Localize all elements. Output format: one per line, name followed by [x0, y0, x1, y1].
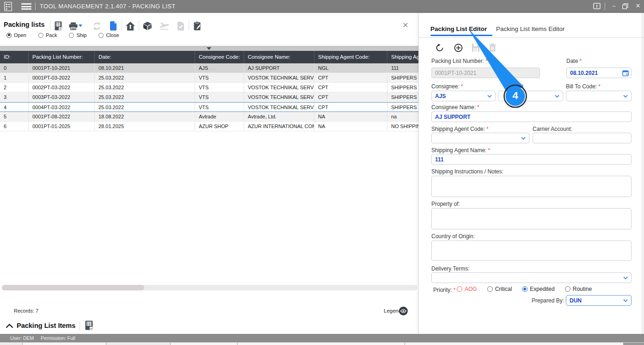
- radio-ship-circle: [69, 33, 74, 38]
- editor-add-icon[interactable]: [452, 42, 464, 54]
- delivery-terms-label: Delivery Terms:: [431, 265, 469, 272]
- status-user: User: DEM: [10, 334, 34, 342]
- confirm-document-icon-disabled: [175, 20, 187, 31]
- priority-routine-radio[interactable]: Routine: [565, 286, 592, 292]
- ship-plane-icon-disabled: [158, 20, 170, 31]
- toolbar-divider: [139, 20, 139, 31]
- prepared-by-select[interactable]: DUN: [566, 295, 632, 306]
- priority-expedited-label: Expedited: [530, 286, 554, 292]
- column-header-shipping-agent-code[interactable]: Shipping Agent Code:: [314, 51, 387, 63]
- priority-critical-radio[interactable]: Critical: [487, 286, 512, 292]
- radio-pack[interactable]: Pack: [38, 32, 57, 38]
- chevron-down-icon: [555, 95, 559, 98]
- new-document-icon[interactable]: [107, 20, 119, 31]
- date-label: Date*: [566, 58, 582, 64]
- table-row[interactable]: 0 0001PT-10-2021 08.10.2021 AJS AJ SUPPO…: [0, 63, 418, 73]
- packing-lists-grid: ID: Packing List Number: Date: Consignee…: [0, 51, 418, 131]
- column-header-consignee-name[interactable]: Consignee Name:: [244, 51, 314, 63]
- records-count: Records: 7: [14, 308, 38, 314]
- priority-label: Priority:*: [433, 287, 455, 293]
- delivery-terms-select[interactable]: [431, 272, 632, 283]
- cell-shipping-agent-code: NA: [314, 112, 387, 121]
- feedback-icon[interactable]: [593, 3, 601, 10]
- bill-to-code-label: Bill To Code:*: [566, 83, 601, 90]
- carrier-account-input[interactable]: [533, 133, 632, 143]
- cell-consignee-name: VOSTOK TECHNIKAL SERVICES: [244, 83, 314, 92]
- restore-button[interactable]: [622, 3, 628, 9]
- shipping-agent-name-label: Shipping Agent Name:*: [431, 147, 490, 154]
- scrollbar-thumb[interactable]: [2, 285, 144, 290]
- status-bar: User: DEM Permission: Full: [0, 334, 644, 342]
- country-of-origin-textarea[interactable]: [431, 240, 632, 261]
- radio-circle: [522, 286, 527, 292]
- cell-shipping-agent-name: SHIPPERS RESPO: [387, 103, 418, 111]
- cell-date: 25.03.2022: [95, 92, 195, 102]
- radio-ship[interactable]: Ship: [69, 32, 86, 38]
- column-header-packing-list-number[interactable]: Packing List Number:: [29, 51, 95, 63]
- pane-title: Packing lists: [4, 21, 45, 28]
- table-row[interactable]: 2 0002PT-03-2022 25.03.2022 VTS VOSTOK T…: [0, 83, 418, 92]
- cell-id: 1: [0, 73, 29, 82]
- app-window: TOOL MANAGEMENT 2.1.407 - PACKING LIST –…: [0, 0, 644, 345]
- cell-shipping-agent-code: NA: [314, 122, 387, 131]
- carrier-account-label: Carrier Account:: [533, 126, 572, 132]
- column-header-consignee-code[interactable]: Consignee Code:: [195, 51, 244, 63]
- radio-open-circle: [6, 33, 12, 38]
- cell-date: 18.08.2022: [95, 112, 195, 121]
- bill-to-code-select[interactable]: [566, 91, 632, 101]
- radio-open[interactable]: Open: [6, 32, 26, 38]
- tab-packing-list-items-editor[interactable]: Packing List Items Editor: [496, 25, 565, 32]
- shipping-agent-name-input[interactable]: [431, 154, 632, 165]
- cell-consignee-name: VOSTOK TECHNIKAL SERVICES: [244, 73, 314, 82]
- cell-packing-list-number: 0001PT-03-2022: [29, 73, 95, 82]
- consignee-name-input[interactable]: [431, 111, 632, 122]
- panel-scrollbar[interactable]: [641, 13, 644, 334]
- column-header-date[interactable]: Date:: [95, 51, 195, 63]
- consignee-select[interactable]: AJS: [431, 91, 496, 101]
- cell-date: 25.03.2022: [95, 83, 195, 92]
- filter-radio-group: Open Pack Ship Close: [6, 32, 119, 38]
- home-icon[interactable]: [124, 20, 136, 31]
- table-row[interactable]: 6 0001PT-01-2025 28.01.2025 AZUR SHOP AZ…: [0, 122, 418, 131]
- print-dropdown-icon[interactable]: [79, 25, 82, 27]
- table-row[interactable]: 5 0001PT-08-2022 18.08.2022 Avtrade Avtr…: [0, 112, 418, 122]
- table-row[interactable]: 3 0003PT-03-2022 25.03.2022 VTS VOSTOK T…: [0, 92, 418, 102]
- priority-aog-radio[interactable]: AOG: [457, 286, 477, 292]
- export-grid-icon[interactable]: x: [52, 20, 64, 31]
- status-permission: Permission: Full: [41, 334, 75, 342]
- cell-shipping-agent-name: SHIPPERS RESPO: [387, 73, 418, 82]
- table-row[interactable]: 1 0001PT-03-2022 25.03.2022 VTS VOSTOK T…: [0, 73, 418, 83]
- tab-packing-list-editor[interactable]: Packing List Editor: [430, 25, 487, 32]
- column-header-id[interactable]: ID:: [0, 51, 29, 63]
- splitter-collapse-icon[interactable]: [207, 47, 211, 50]
- shipping-instructions-textarea[interactable]: [431, 176, 632, 197]
- tabs-divider: [419, 37, 644, 38]
- grid-header-row: ID: Packing List Number: Date: Consignee…: [0, 51, 418, 63]
- close-window-button[interactable]: ✕: [632, 2, 644, 9]
- radio-close[interactable]: Close: [98, 32, 119, 38]
- app-logo-icon: [4, 2, 12, 11]
- items-grid-icon[interactable]: x: [85, 320, 93, 332]
- grid-splitter[interactable]: [0, 46, 418, 51]
- print-icon[interactable]: [67, 20, 83, 31]
- table-row-focused[interactable]: 4 0004PT-03-2022 25.03.2022 VTS VOSTOK T…: [0, 102, 418, 112]
- close-pane-icon[interactable]: ✕: [400, 21, 411, 30]
- package-icon[interactable]: [141, 20, 153, 31]
- country-of-origin-label: Country of Origin:: [431, 233, 475, 240]
- cell-shipping-agent-code: CPT: [314, 73, 387, 82]
- column-header-shipping-agent-name[interactable]: Shipping Agent Name:: [387, 51, 418, 63]
- horizontal-scrollbar[interactable]: [2, 285, 417, 290]
- editor-refresh-icon[interactable]: [434, 42, 446, 54]
- calendar-icon[interactable]: [622, 70, 629, 76]
- menu-icon[interactable]: [21, 3, 31, 10]
- shipping-agent-code-select[interactable]: [431, 133, 529, 143]
- chevron-down-icon: [623, 277, 628, 279]
- collapse-items-icon[interactable]: [6, 324, 13, 328]
- legend-eye-icon[interactable]: [399, 307, 408, 315]
- property-of-textarea[interactable]: [431, 208, 632, 229]
- cell-date: 08.10.2021: [95, 63, 195, 73]
- edit-clipboard-icon[interactable]: [191, 20, 203, 31]
- date-input[interactable]: [566, 68, 632, 78]
- minimize-button[interactable]: –: [608, 2, 619, 9]
- priority-expedited-radio[interactable]: Expedited: [522, 286, 554, 292]
